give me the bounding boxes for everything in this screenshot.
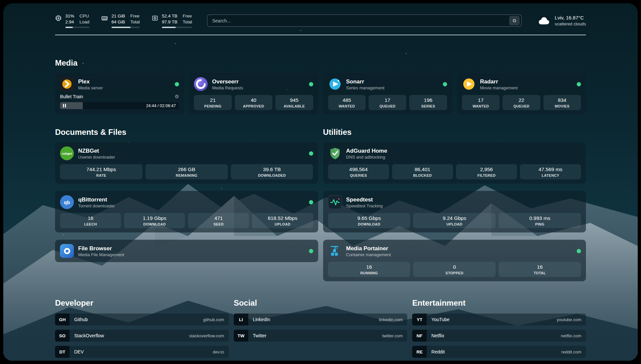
stat-value: 9.65 Gbps <box>329 215 409 221</box>
disk-bar <box>162 27 192 28</box>
overseerr-icon <box>194 77 208 91</box>
status-dot <box>309 82 313 86</box>
stat-box: 21 PENDING <box>194 95 231 110</box>
disk-label-2: Total <box>183 19 192 25</box>
service-card-adguard[interactable]: AdGuard Home DNS and adblocking 498,564 … <box>323 142 586 184</box>
stat-box: 834 MOVIES <box>543 95 581 110</box>
stat-value: 618.52 Mbps <box>253 215 312 221</box>
cpu-bar <box>65 27 89 28</box>
stat-box: 17 WANTED <box>462 95 500 110</box>
service-card-overseerr[interactable]: Overseerr Media Requests 21 PENDING 40 A… <box>189 73 318 114</box>
stat-box: 39.6 TB DOWNLOADED <box>231 164 313 179</box>
bookmark-dev[interactable]: DT DEV dev.to <box>55 346 229 358</box>
dashboard-screen: 31% CPU 2.94 Load 21 GiB <box>3 3 638 361</box>
stat-box: 0 STOPPED <box>413 262 496 277</box>
service-card-filebrowser[interactable]: File Browser Media File Management <box>55 240 318 262</box>
bookmark-name: LinkedIn <box>248 317 270 322</box>
bookmark-stackoverflow[interactable]: SO StackOverflow stackoverflow.com <box>55 330 229 342</box>
stat-label: RUNNING <box>329 271 409 275</box>
stat-box: 744.21 Mbps RATE <box>60 164 142 179</box>
section-title-documents: Documents & Files <box>55 128 318 137</box>
service-name: Radarr <box>480 78 518 85</box>
service-name: NZBGet <box>78 147 115 154</box>
memory-bar <box>111 27 140 28</box>
cpu-label-1: CPU <box>79 13 89 19</box>
bookmark-group-developer: Developer GH Github github.com SO StackO… <box>55 281 229 361</box>
search-input[interactable] <box>212 18 509 23</box>
bookmark-reddit[interactable]: RE Reddit reddit.com <box>412 346 586 358</box>
service-subtitle: DNS and adblocking <box>346 155 387 160</box>
stat-value: 266 GB <box>147 167 227 172</box>
bookmark-abbr: RE <box>412 346 427 358</box>
stat-value: 471 <box>189 215 248 221</box>
bookmark-name: Github <box>70 317 88 322</box>
service-card-plex[interactable]: Plex Media server Bullet Train ⚙ 24:44 /… <box>55 73 184 114</box>
bookmark-url: github.com <box>203 317 229 322</box>
gear-icon[interactable]: ⚙ <box>175 94 179 100</box>
service-subtitle: Media Requests <box>212 85 243 90</box>
snow-specks <box>3 3 5 5</box>
stats-row: 9.65 Gbps DOWNLOAD 9.24 Gbps UPLOAD 0.99… <box>328 213 581 228</box>
stat-box: 498,564 QUERIES <box>328 164 389 179</box>
bookmark-github[interactable]: GH Github github.com <box>55 314 229 325</box>
stat-box: 16 LEECH <box>60 213 121 228</box>
memory-free: 21 GiB <box>111 13 125 19</box>
stat-label: REMAINING <box>147 173 227 177</box>
stat-label: QUEUED <box>370 104 405 108</box>
stat-label: QUERIES <box>329 173 388 177</box>
section-title-social: Social <box>234 298 408 308</box>
bookmark-url: reddit.com <box>561 349 586 354</box>
cpu-label-2: Load <box>79 19 89 25</box>
service-card-speedtest[interactable]: Speedtest Speedtest Tracking 9.65 Gbps D… <box>323 191 586 232</box>
service-name: qBittorrent <box>78 196 115 203</box>
weather-text: Lviv, 16.87°C scattered clouds <box>555 14 586 27</box>
bookmark-url: linkedin.com <box>379 317 407 322</box>
stat-label: PENDING <box>195 104 230 108</box>
now-playing-title: Bullet Train <box>60 94 83 99</box>
stat-box: 40 APPROVED <box>235 95 272 110</box>
service-card-qbittorrent[interactable]: qb qBittorrent Torrent downloader 16 LEE… <box>55 191 318 232</box>
playback-progress-bar[interactable]: 24:44 / 02:06:47 <box>60 102 179 109</box>
stats-row: 16 RUNNING 0 STOPPED 16 TOTAL <box>328 262 581 277</box>
memory-label-1: Free <box>130 13 140 19</box>
bookmark-group-social: Social LI LinkedIn linkedin.com TW Twitt… <box>234 281 408 361</box>
memory-total: 64 GiB <box>111 19 125 25</box>
now-playing-row: Bullet Train ⚙ <box>60 94 179 100</box>
stat-label: SEED <box>189 222 248 226</box>
stat-label: PING <box>500 222 580 226</box>
disk-stats: 52.4 TB Free 97.9 TB Total <box>162 13 192 28</box>
stat-value: 16 <box>329 264 409 270</box>
bookmark-twitter[interactable]: TW Twitter twitter.com <box>234 330 408 342</box>
service-name: Sonarr <box>346 78 384 85</box>
bookmark-abbr: TW <box>234 330 248 342</box>
stat-box: 16 TOTAL <box>499 262 581 277</box>
utilities-column: Utilities <box>323 114 586 281</box>
bookmark-url: netflix.com <box>561 333 586 338</box>
bookmark-group-entertainment: Entertainment YT YouTube youtube.com NF … <box>412 281 586 361</box>
bookmark-youtube[interactable]: YT YouTube youtube.com <box>412 314 586 325</box>
stats-row: 21 PENDING 40 APPROVED 945 AVAILABLE <box>194 95 313 110</box>
stat-label: TOTAL <box>500 271 580 275</box>
stat-label: QUEUED <box>504 104 539 108</box>
service-name: Overseerr <box>212 78 243 85</box>
bookmark-abbr: LI <box>234 314 248 325</box>
stats-row: 744.21 Mbps RATE 266 GB REMAINING 39.6 T… <box>60 164 313 179</box>
dashboard-content: 31% CPU 2.94 Load 21 GiB <box>3 3 638 361</box>
stat-value: 744.21 Mbps <box>61 167 141 172</box>
stats-row: 17 WANTED 22 QUEUED 834 MOVIES <box>462 95 581 110</box>
pause-icon[interactable] <box>63 104 66 107</box>
service-card-radarr[interactable]: Radarr Movie management 17 WANTED 22 QUE… <box>457 73 586 114</box>
memory-stats: 21 GiB Free 64 GiB Total <box>111 13 140 28</box>
service-card-sonarr[interactable]: Sonarr Series management 485 WANTED 17 Q… <box>323 73 452 114</box>
bookmark-linkedin[interactable]: LI LinkedIn linkedin.com <box>234 314 408 325</box>
bookmark-netflix[interactable]: NF Netflix netflix.com <box>412 330 586 342</box>
bookmark-abbr: GH <box>55 314 70 325</box>
memory-label-2: Total <box>130 19 140 25</box>
search-provider-button[interactable]: G <box>509 16 520 25</box>
service-card-portainer[interactable]: Media Portainer Container management 16 … <box>323 240 586 281</box>
cpu-widget: 31% CPU 2.94 Load <box>55 13 89 28</box>
stat-value: 40 <box>236 97 271 103</box>
service-card-nzbget[interactable]: nzbget NZBGet Usenet downloader 744.21 M… <box>55 142 318 184</box>
section-title-media: Media <box>55 58 586 68</box>
disk-total: 97.9 TB <box>162 19 177 25</box>
